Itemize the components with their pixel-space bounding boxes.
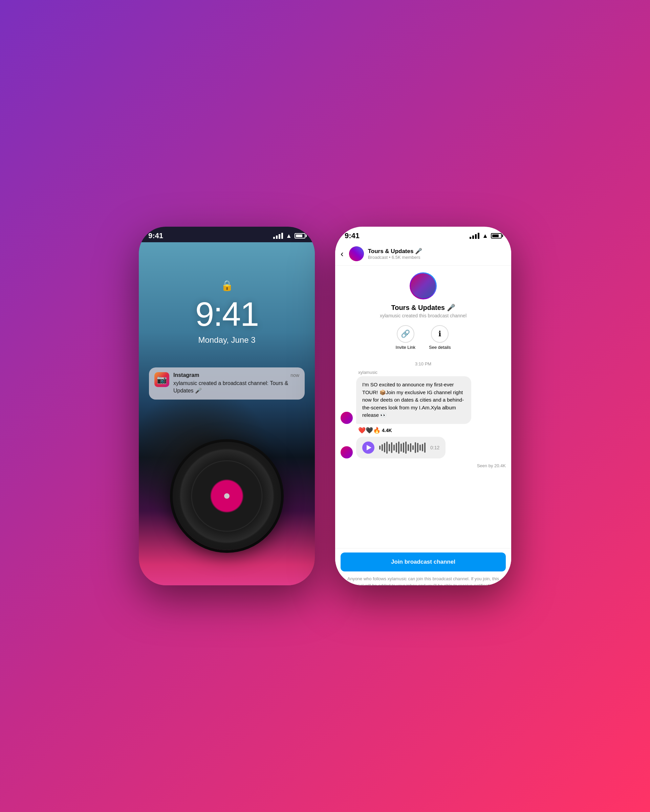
reaction-emojis: ❤️🖤🔥 [358,427,381,434]
chat-screen: ‹ Tours & Updates 🎤 Broadcast • 6.5K mem… [335,242,511,585]
profile-created-by: xylamusic created this broadcast channel [380,313,466,318]
sender-avatar-audio [341,446,353,458]
status-icons-right: ▲ [470,233,502,239]
waveform [379,441,425,454]
chat-header: ‹ Tours & Updates 🎤 Broadcast • 6.5K mem… [335,242,511,266]
battery-icon-right [491,233,502,238]
play-button[interactable] [362,441,375,454]
lock-date: Monday, June 3 [139,335,315,345]
channel-name: Tours & Updates 🎤 [368,248,506,255]
profile-avatar-large [410,272,437,299]
play-icon [367,445,372,450]
notif-text: xylamusic created a broadcast channel: T… [173,380,299,395]
join-broadcast-button[interactable]: Join broadcast channel [341,553,506,571]
reaction-count: 4.4K [382,427,392,433]
signal-icon-left [273,233,283,239]
message-sender: xylamusic [341,370,506,375]
vinyl-record [173,442,281,550]
sender-avatar [341,412,353,424]
audio-duration: 0:12 [430,445,439,450]
invite-link-action[interactable]: 🔗 Invite Link [396,325,416,350]
instagram-icon: 📷 [154,372,169,387]
right-phone: 9:41 ▲ ‹ Tours & Updates 🎤 Broadcast • 6… [335,227,511,585]
message-row-audio: 0:12 [341,437,506,458]
seen-by: Seen by 20.4K [341,461,506,472]
message-bubble-text: I'm SO excited to announce my first-ever… [356,376,471,424]
join-disclaimer: Anyone who follows xylamusic can join th… [341,575,506,585]
invite-link-label: Invite Link [396,345,416,350]
lock-time: 9:41 [139,295,315,334]
time-separator: 3:10 PM [341,358,506,370]
profile-section: Tours & Updates 🎤 xylamusic created this… [341,266,506,358]
lock-screen: 🔒 9:41 Monday, June 3 📷 Instagram now xy… [139,242,315,585]
battery-icon-left [295,233,305,238]
channel-sub: Broadcast • 6.5K members [368,255,506,260]
audio-bubble: 0:12 [356,437,445,458]
wifi-icon-right: ▲ [482,233,488,239]
left-phone: 9:41 ▲ 🔒 9:41 Monday, June 3 📷 Instagram [139,227,315,585]
lock-icon: 🔒 [221,279,233,291]
back-button[interactable]: ‹ [341,249,344,259]
message-row-text: I'm SO excited to announce my first-ever… [341,376,506,424]
status-time-left: 9:41 [148,231,163,240]
message-reactions: ❤️🖤🔥 4.4K [341,427,506,434]
notif-time: now [291,372,299,378]
see-details-label: See details [429,345,451,350]
notification-card[interactable]: 📷 Instagram now xylamusic created a broa… [149,368,305,400]
profile-name: Tours & Updates 🎤 [391,304,455,311]
profile-actions: 🔗 Invite Link ℹ See details [396,325,451,350]
channel-avatar [349,246,364,261]
notif-app-name: Instagram [173,372,199,378]
status-time-right: 9:41 [345,231,359,240]
signal-icon-right [470,233,479,239]
wifi-icon-left: ▲ [286,233,292,239]
see-details-action[interactable]: ℹ See details [429,325,451,350]
join-area: Join broadcast channel Anyone who follow… [335,548,511,585]
status-bar-right: 9:41 ▲ [335,227,511,242]
status-bar-left: 9:41 ▲ [139,227,315,242]
see-details-icon: ℹ [431,325,448,343]
invite-link-icon: 🔗 [397,325,414,343]
status-icons-left: ▲ [273,233,305,239]
chat-body: Tours & Updates 🎤 xylamusic created this… [335,266,511,548]
